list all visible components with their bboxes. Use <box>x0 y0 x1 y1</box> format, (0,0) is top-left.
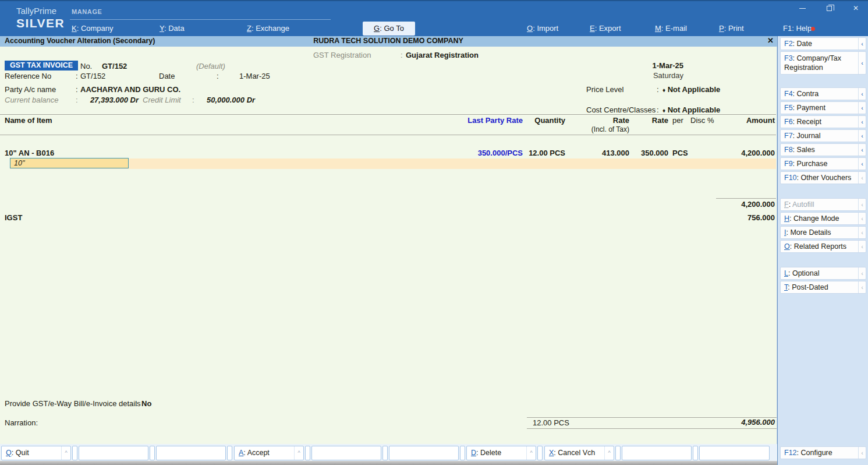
bottom-cancel-vch-button[interactable]: X: Cancel Vch^ <box>544 446 614 460</box>
bottom-bar-spacer <box>460 446 465 460</box>
bottom-empty-slot <box>389 446 459 460</box>
colon: : <box>76 85 78 94</box>
bottom-accept-button[interactable]: A: Accept^ <box>234 446 304 460</box>
col-header-name-of-item: Name of Item <box>5 116 52 125</box>
no-label: No. <box>80 62 92 71</box>
menu-go-to[interactable]: G: Go To <box>363 22 415 36</box>
menu-data[interactable]: Y: Data <box>160 24 185 33</box>
narration-label[interactable]: Narration: <box>5 418 38 427</box>
manage-underline <box>70 19 331 20</box>
expand-caret-icon: ^ <box>294 446 303 460</box>
sidebar-f12-configure[interactable]: F12: Configure‹ <box>780 446 866 459</box>
price-level-label: Price Level <box>586 85 623 94</box>
sidebar-f7-journal[interactable]: F7: Journal‹ <box>780 129 866 142</box>
sidebar-h-change-mode[interactable]: H: Change Mode‹ <box>780 212 866 225</box>
bottom-bar-spacer <box>72 446 77 460</box>
bottom-empty-slot <box>79 446 148 460</box>
menu-company[interactable]: K: Company <box>72 24 114 33</box>
bottom-delete-button[interactable]: D: Delete^ <box>466 446 536 460</box>
chevron-left-icon: ‹ <box>858 241 866 252</box>
bottom-gray-strip <box>0 461 777 465</box>
ledger-amount[interactable]: 756.000 <box>705 213 775 222</box>
credit-limit-value: 50,000.000 Dr <box>207 96 255 104</box>
item-per[interactable]: PCS <box>672 149 688 157</box>
provide-gst-value[interactable]: No <box>141 399 151 408</box>
chevron-left-icon: ‹ <box>858 227 866 238</box>
expand-caret-icon: ^ <box>604 446 614 460</box>
sidebar-l-optional[interactable]: L: Optional‹ <box>780 267 866 280</box>
menu-print[interactable]: P: Print <box>719 24 744 33</box>
close-screen-icon[interactable]: ✕ <box>767 36 774 45</box>
screen-title: Accounting Voucher Alteration (Secondary… <box>5 37 155 45</box>
chevron-left-icon: ‹ <box>858 52 866 74</box>
item-name[interactable]: 10" AN - B016 <box>5 149 54 157</box>
bottom-button-bar: Q: Quit^ A: Accept^ D: Delete^ X: Cancel… <box>0 444 777 465</box>
reference-value[interactable]: GT/152 <box>80 72 105 80</box>
ledger-name[interactable]: IGST <box>5 213 22 222</box>
bottom-bar-spacer <box>693 446 698 460</box>
sidebar-f3-company-tax-registration[interactable]: F3: Company/Tax Registration‹ <box>780 51 866 75</box>
sidebar-f2-date[interactable]: F2: Date‹ <box>780 37 866 50</box>
sidebar-f9-purchase[interactable]: F9: Purchase‹ <box>780 157 866 170</box>
tallyprime-window: TallyPrime SILVER MANAGE K: Company Y: D… <box>0 0 868 465</box>
voucher-date[interactable]: 1-Mar-25 <box>653 61 683 70</box>
menu-email[interactable]: M: E-mail <box>655 24 687 33</box>
chevron-left-icon: ‹ <box>858 102 866 114</box>
price-level-value[interactable]: ♦ Not Applicable <box>662 85 720 94</box>
sidebar-f10-other-vouchers[interactable]: F10: Other Vouchers‹ <box>780 171 866 184</box>
cost-centre-label: Cost Centre/Classes <box>586 105 656 114</box>
col-header-rate: Rate <box>598 116 668 125</box>
current-balance-value: 27,393.000 Dr <box>87 96 139 104</box>
minimize-icon[interactable] <box>795 3 809 13</box>
colon: : <box>401 51 403 59</box>
sidebar-f5-payment[interactable]: F5: Payment‹ <box>780 101 866 114</box>
item-amount[interactable]: 4,200.000 <box>705 149 775 157</box>
item-name-input[interactable]: 10" <box>10 158 129 168</box>
party-name[interactable]: AACHARYA AND GURU CO. <box>80 85 180 94</box>
expand-caret-icon: ^ <box>526 446 536 460</box>
voucher-type-badge[interactable]: GST TAX INVOICE <box>5 61 78 71</box>
sidebar-t-post-dated[interactable]: T: Post-Dated‹ <box>780 281 866 294</box>
app-edition: SILVER <box>16 16 65 30</box>
menu-exchange[interactable]: Z: Exchange <box>247 24 289 33</box>
right-button-panel: F2: Date‹ F3: Company/Tax Registration‹ … <box>777 36 868 465</box>
reference-label: Reference No <box>5 72 51 80</box>
sidebar-f-autofill: F: Autofill‹ <box>780 198 866 211</box>
col-header-rate-incl-sub: (Incl. of Tax) <box>548 125 629 133</box>
expand-caret-icon: ^ <box>61 446 70 460</box>
chevron-left-icon: ‹ <box>858 116 866 128</box>
sidebar-f6-receipt[interactable]: F6: Receipt‹ <box>780 115 866 128</box>
chevron-left-icon: ‹ <box>858 199 866 210</box>
bottom-quit-button[interactable]: Q: Quit^ <box>1 446 71 460</box>
credit-limit-label: Credit Limit <box>143 96 181 104</box>
sidebar-f8-sales[interactable]: F8: Sales‹ <box>780 143 866 156</box>
chevron-left-icon: ‹ <box>858 172 866 184</box>
close-window-icon[interactable]: ✕ <box>849 3 863 13</box>
col-header-amount: Amount <box>705 116 775 125</box>
chevron-left-icon: ‹ <box>858 88 866 100</box>
reference-date-value[interactable]: 1-Mar-25 <box>239 72 270 80</box>
menu-import[interactable]: O: Import <box>527 24 558 33</box>
cost-centre-value[interactable]: ♦ Not Applicable <box>662 105 720 114</box>
voucher-number[interactable]: GT/152 <box>102 62 127 71</box>
bottom-bar-spacer <box>227 446 232 460</box>
app-name: TallyPrime <box>16 6 56 16</box>
maximize-icon[interactable] <box>822 3 836 13</box>
colon: : <box>657 105 659 114</box>
help-alert-dot-icon <box>811 27 815 31</box>
sidebar-i-more-details[interactable]: I: More Details‹ <box>780 226 866 239</box>
sidebar-f4-contra[interactable]: F4: Contra‹ <box>780 87 866 100</box>
colon: : <box>76 96 78 104</box>
item-rate[interactable]: 350.000 <box>598 149 668 157</box>
gst-registration-label: GST Registration <box>313 51 371 59</box>
chevron-left-icon: ‹ <box>858 281 866 293</box>
sidebar-o-related-reports[interactable]: O: Related Reports‹ <box>780 240 866 253</box>
menu-export[interactable]: E: Export <box>590 24 621 33</box>
manage-section-label: MANAGE <box>72 8 102 15</box>
gst-registration-value[interactable]: Gujarat Registration <box>406 51 479 59</box>
colon: : <box>192 96 194 104</box>
chevron-left-icon: ‹ <box>858 213 866 224</box>
screen-title-bar: Accounting Voucher Alteration (Secondary… <box>0 36 777 47</box>
menu-help[interactable]: F1: Help <box>783 24 812 33</box>
party-label: Party A/c name <box>5 85 56 94</box>
